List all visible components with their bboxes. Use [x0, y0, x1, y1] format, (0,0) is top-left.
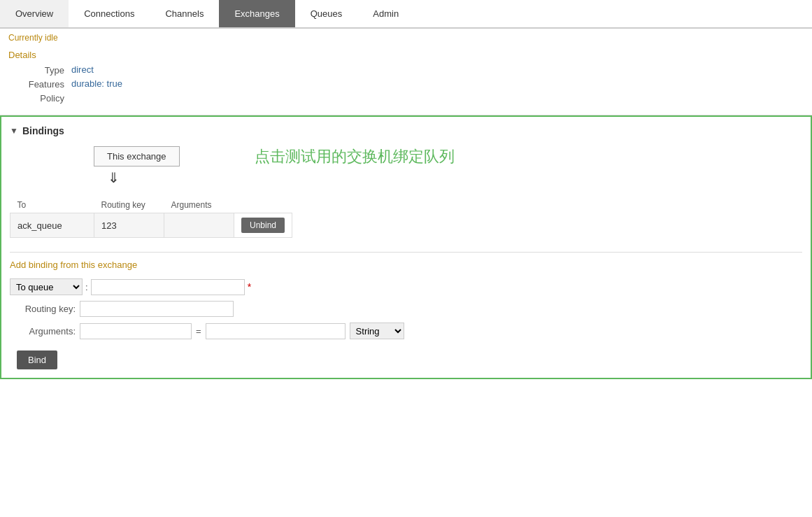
details-row-features: Features durable: true: [15, 78, 804, 90]
exchange-box[interactable]: This exchange: [94, 146, 180, 167]
bindings-header: ▼ Bindings: [10, 125, 802, 136]
add-binding-title: Add binding from this exchange: [10, 260, 802, 270]
status-text: Currently idle: [8, 33, 58, 43]
queue-name-cell: ack_queue: [10, 213, 94, 238]
arguments-label: Arguments:: [10, 326, 80, 337]
queue-name-input[interactable]: [91, 279, 245, 295]
nav-overview[interactable]: Overview: [0, 0, 69, 27]
features-label: Features: [15, 78, 71, 90]
bind-button-row: Bind: [10, 346, 802, 369]
exchange-label: This exchange: [107, 151, 166, 162]
policy-label: Policy: [15, 92, 71, 104]
form-row-arguments: Arguments: = String Integer Boolean: [10, 323, 802, 339]
form-row-routing: Routing key:: [10, 301, 802, 317]
type-label: Type: [15, 64, 71, 76]
colon-label: :: [85, 282, 88, 292]
bind-button[interactable]: Bind: [17, 350, 57, 369]
arguments-value-input[interactable]: [206, 323, 346, 339]
unbind-cell: Unbind: [234, 213, 292, 238]
unbind-button[interactable]: Unbind: [241, 218, 285, 233]
nav-channels[interactable]: Channels: [150, 0, 219, 27]
features-value: durable: true: [71, 78, 122, 89]
details-row-policy: Policy: [15, 92, 804, 104]
equals-sign: =: [196, 326, 201, 337]
exchange-flow-container: This exchange ⇓ 点击测试用的交换机绑定队列: [10, 146, 802, 186]
nav-connections[interactable]: Connections: [69, 0, 150, 27]
form-row-to: To queue To exchange : *: [10, 278, 802, 295]
required-indicator: *: [248, 281, 251, 292]
nav-admin[interactable]: Admin: [357, 0, 414, 27]
annotation-text: 点击测试用的交换机绑定队列: [255, 146, 455, 167]
bindings-section: ▼ Bindings This exchange ⇓ 点击测试用的交换机绑定队列…: [0, 115, 812, 379]
table-header-row: To Routing key Arguments: [10, 197, 292, 213]
routing-key-cell: 123: [94, 213, 164, 238]
status-bar: Currently idle: [0, 29, 812, 47]
details-table: Type direct Features durable: true Polic…: [15, 64, 804, 104]
details-row-type: Type direct: [15, 64, 804, 76]
nav-exchanges[interactable]: Exchanges: [219, 0, 294, 27]
arguments-cell: [164, 213, 234, 238]
details-section: Details Type direct Features durable: tr…: [0, 47, 812, 115]
col-to: To: [10, 197, 94, 213]
col-routing-key: Routing key: [94, 197, 164, 213]
routing-key-label: Routing key:: [10, 304, 80, 314]
bindings-toggle-icon[interactable]: ▼: [10, 126, 18, 136]
arguments-key-input[interactable]: [80, 323, 192, 339]
top-navigation: Overview Connections Channels Exchanges …: [0, 0, 812, 29]
col-arguments: Arguments: [164, 197, 234, 213]
to-queue-select[interactable]: To queue To exchange: [10, 278, 83, 295]
type-value: direct: [71, 64, 94, 75]
nav-queues[interactable]: Queues: [295, 0, 358, 27]
details-title: Details: [8, 50, 804, 60]
bindings-table: To Routing key Arguments ack_queue 123 U…: [10, 197, 292, 238]
arrow-down-icon: ⇓: [108, 169, 120, 186]
routing-key-input[interactable]: [80, 301, 234, 317]
table-row: ack_queue 123 Unbind: [10, 213, 292, 238]
bindings-title: Bindings: [22, 125, 64, 136]
arguments-type-select[interactable]: String Integer Boolean: [350, 323, 404, 339]
col-action: [234, 197, 292, 213]
divider: [10, 252, 802, 253]
